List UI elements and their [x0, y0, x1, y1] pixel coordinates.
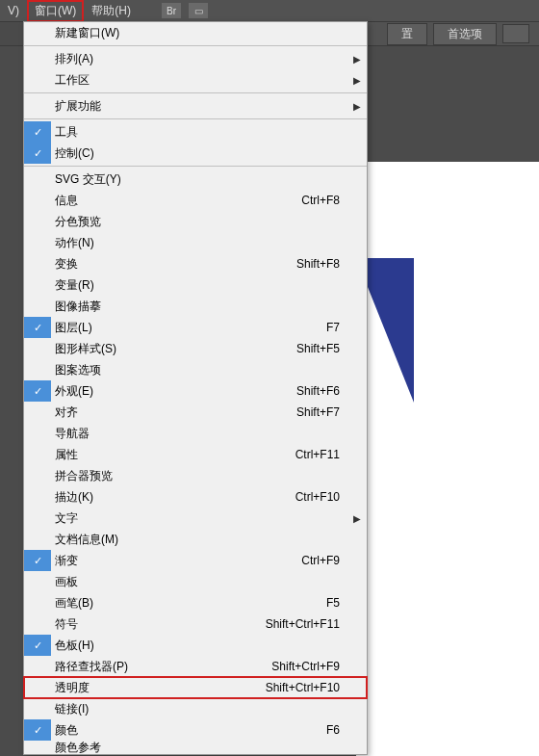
menu-label: 文档信息(M) [51, 532, 357, 548]
artboard [356, 162, 539, 756]
menu-label: 变量(R) [51, 277, 357, 294]
menu-control[interactable]: ✓ 控制(C) [24, 143, 367, 164]
menu-brushes[interactable]: 画笔(B) F5 [24, 592, 367, 613]
menu-shortcut: F7 [251, 321, 357, 334]
menu-view-tail[interactable]: V) [0, 1, 27, 20]
menu-tools[interactable]: ✓ 工具 [24, 121, 367, 143]
check-icon: ✓ [24, 317, 51, 338]
menu-window[interactable]: 窗口(W) [27, 0, 84, 22]
menu-swatches[interactable]: ✓ 色板(H) [24, 635, 367, 656]
menu-separator [24, 92, 367, 93]
menu-label: 描边(K) [51, 489, 251, 506]
menu-doc-info[interactable]: 文档信息(M) [24, 529, 367, 550]
prefs-button[interactable]: 首选项 [433, 23, 497, 45]
menu-workspace[interactable]: 工作区 ▶ [24, 69, 367, 91]
menu-svg[interactable]: SVG 交互(Y) [24, 169, 367, 190]
menu-label: 新建窗口(W) [51, 25, 357, 41]
menu-shortcut: Ctrl+F11 [251, 448, 357, 461]
menu-label: 路径查找器(P) [51, 659, 251, 675]
bridge-icon[interactable]: Br [162, 3, 181, 18]
menu-symbols[interactable]: 符号 Shift+Ctrl+F11 [24, 613, 367, 635]
menu-bar: V) 窗口(W) 帮助(H) Br ▭ [0, 0, 539, 21]
menu-label: 透明度 [51, 680, 251, 696]
menu-label: 外观(E) [51, 383, 251, 400]
menu-transparency[interactable]: 透明度 Shift+Ctrl+F10 [24, 677, 367, 698]
menu-graphic-styles[interactable]: 图形样式(S) Shift+F5 [24, 338, 367, 359]
menu-label: 信息 [51, 193, 251, 209]
menu-align[interactable]: 对齐 Shift+F7 [24, 402, 367, 423]
menu-label: 图层(L) [51, 320, 251, 336]
menu-shortcut: Shift+F5 [251, 342, 357, 355]
check-icon: ✓ [24, 550, 51, 571]
menu-extensions[interactable]: 扩展功能 ▶ [24, 95, 367, 117]
menu-image-trace[interactable]: 图像描摹 [24, 296, 367, 317]
menu-type[interactable]: 文字 ▶ [24, 508, 367, 529]
menu-layers[interactable]: ✓ 图层(L) F7 [24, 317, 367, 338]
menu-label: 动作(N) [51, 235, 357, 251]
menu-label: 符号 [51, 616, 251, 633]
menu-shortcut: F5 [251, 596, 357, 610]
menu-label: 控制(C) [51, 145, 357, 162]
menu-help[interactable]: 帮助(H) [84, 0, 139, 22]
menu-separator [24, 166, 367, 167]
menu-separator [24, 118, 367, 119]
menu-label: 链接(I) [51, 701, 357, 717]
menu-appearance[interactable]: ✓ 外观(E) Shift+F6 [24, 380, 367, 402]
menu-shortcut: Ctrl+F9 [251, 554, 357, 567]
menu-artboards[interactable]: 画板 [24, 571, 367, 592]
menu-flattener[interactable]: 拼合器预览 [24, 465, 367, 486]
menu-transform[interactable]: 变换 Shift+F8 [24, 253, 367, 274]
menu-arrange[interactable]: 排列(A) ▶ [24, 48, 367, 69]
menu-label: 导航器 [51, 426, 357, 442]
menu-label: 扩展功能 [51, 98, 357, 115]
menu-actions[interactable]: 动作(N) [24, 232, 367, 253]
check-icon: ✓ [24, 719, 51, 741]
check-icon: ✓ [24, 635, 51, 656]
menu-label: 图形样式(S) [51, 341, 251, 357]
menu-shortcut: F6 [251, 723, 357, 737]
menu-label: 对齐 [51, 404, 251, 421]
menu-shortcut: Ctrl+F10 [251, 490, 357, 504]
menu-shortcut: Shift+Ctrl+F9 [251, 660, 357, 673]
menu-color[interactable]: ✓ 颜色 F6 [24, 719, 367, 741]
menu-navigator[interactable]: 导航器 [24, 423, 367, 444]
menu-shortcut: Ctrl+F8 [251, 194, 357, 207]
menu-label: 工作区 [51, 72, 357, 89]
menu-attributes[interactable]: 属性 Ctrl+F11 [24, 444, 367, 465]
submenu-arrow-icon: ▶ [353, 54, 361, 65]
menu-label: 属性 [51, 447, 251, 463]
menu-separator [24, 45, 367, 46]
layout-icon[interactable]: ▭ [189, 3, 208, 18]
menu-pattern-options[interactable]: 图案选项 [24, 359, 367, 380]
menu-label: 图像描摹 [51, 299, 357, 315]
menu-last-cut[interactable]: 颜色参考 [24, 741, 367, 754]
submenu-arrow-icon: ▶ [353, 513, 361, 524]
menu-label: 分色预览 [51, 214, 357, 230]
menu-variables[interactable]: 变量(R) [24, 274, 367, 296]
menu-label: 色板(H) [51, 638, 357, 654]
window-menu-dropdown: 新建窗口(W) 排列(A) ▶ 工作区 ▶ 扩展功能 ▶ ✓ 工具 ✓ 控制(C… [23, 21, 368, 755]
left-tool-fragment [0, 21, 23, 46]
menu-shortcut: Shift+Ctrl+F11 [251, 617, 357, 631]
menu-label: 渐变 [51, 553, 251, 569]
menu-label: 画笔(B) [51, 595, 251, 612]
menu-shortcut: Shift+F8 [251, 257, 357, 271]
panel-menu-icon[interactable] [502, 24, 529, 43]
menu-pathfinder[interactable]: 路径查找器(P) Shift+Ctrl+F9 [24, 656, 367, 677]
submenu-arrow-icon: ▶ [353, 101, 361, 112]
menu-label: 画板 [51, 574, 357, 590]
menu-new-window[interactable]: 新建窗口(W) [24, 22, 367, 43]
menu-label: 颜色参考 [51, 741, 357, 754]
menu-stroke[interactable]: 描边(K) Ctrl+F10 [24, 486, 367, 508]
menu-gradient[interactable]: ✓ 渐变 Ctrl+F9 [24, 550, 367, 571]
menu-label: 工具 [51, 124, 357, 141]
check-icon: ✓ [24, 121, 51, 143]
menu-label: 变换 [51, 256, 251, 273]
menu-links[interactable]: 链接(I) [24, 698, 367, 719]
submenu-arrow-icon: ▶ [353, 75, 361, 86]
menu-info[interactable]: 信息 Ctrl+F8 [24, 190, 367, 211]
settings-button-tail[interactable]: 置 [387, 23, 427, 45]
menu-shortcut: Shift+Ctrl+F10 [251, 681, 357, 694]
menu-label: 拼合器预览 [51, 468, 357, 484]
menu-sep-preview[interactable]: 分色预览 [24, 211, 367, 232]
